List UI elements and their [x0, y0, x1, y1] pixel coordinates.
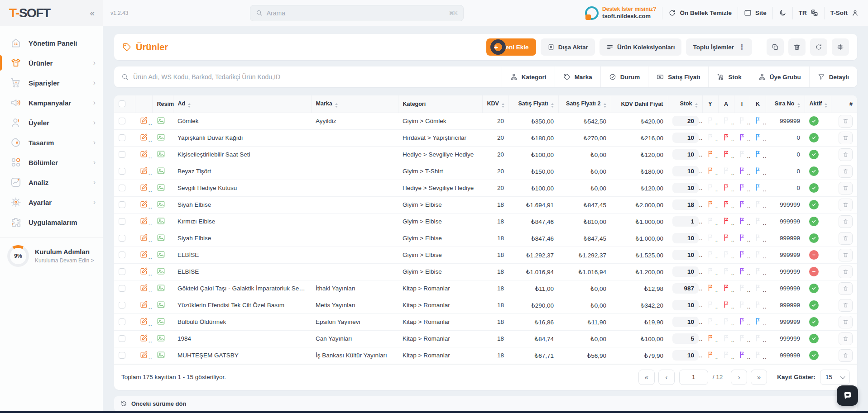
delete-row-button[interactable] — [839, 199, 853, 211]
row-checkbox[interactable] — [119, 335, 125, 342]
stock-badge[interactable]: 10 — [672, 317, 699, 327]
active-badge[interactable] — [809, 150, 819, 159]
row-checkbox[interactable] — [119, 168, 125, 175]
active-badge[interactable] — [809, 116, 819, 126]
stock-badge[interactable]: 20 — [672, 116, 699, 126]
dark-mode-toggle[interactable] — [779, 9, 786, 17]
delete-row-button[interactable] — [839, 215, 853, 228]
edit-product-icon[interactable] — [139, 116, 148, 125]
stock-badge[interactable]: 10 — [672, 183, 699, 193]
row-checkbox[interactable] — [119, 252, 125, 258]
clear-cache-button[interactable]: Ön Bellek Temizle — [668, 9, 732, 17]
edit-product-icon[interactable] — [139, 351, 148, 359]
prev-page-button[interactable]: ‹ — [658, 370, 675, 385]
sidebar-item-apps[interactable]: Uygulamalarım — [0, 212, 103, 232]
sidebar-item-settings[interactable]: Ayarlar› — [0, 192, 103, 212]
account-menu[interactable]: T-Soft — [830, 9, 859, 17]
previous-version-button[interactable]: Önceki sürüme dön — [114, 396, 857, 412]
active-badge[interactable] — [809, 166, 819, 176]
column-header-brand[interactable]: Marka — [311, 95, 398, 113]
column-header-name[interactable]: Ad — [173, 95, 311, 113]
stock-badge[interactable]: 10 — [672, 149, 699, 160]
sidebar-item-design[interactable]: Tasarım› — [0, 133, 103, 152]
edit-product-icon[interactable] — [139, 267, 148, 275]
edit-product-icon[interactable] — [139, 183, 148, 192]
delete-row-button[interactable] — [839, 132, 853, 144]
delete-row-button[interactable] — [839, 266, 853, 278]
delete-row-button[interactable] — [839, 332, 853, 345]
bulk-actions-button[interactable]: Toplu İşlemler ⋮ — [686, 38, 752, 56]
select-all-checkbox[interactable] — [119, 100, 125, 107]
product-image-icon[interactable] — [157, 250, 165, 259]
product-image-icon[interactable] — [157, 200, 165, 209]
column-header-active[interactable]: Aktif — [805, 95, 831, 113]
row-checkbox[interactable] — [119, 185, 125, 191]
stock-badge[interactable]: 10 — [672, 266, 699, 277]
product-image-icon[interactable] — [157, 133, 165, 142]
logo[interactable]: T-SOFT — [9, 6, 50, 20]
row-checkbox[interactable] — [119, 201, 125, 208]
edit-product-icon[interactable] — [139, 317, 148, 326]
column-header-price1[interactable]: Satış Fiyatı — [508, 95, 558, 113]
delete-row-button[interactable] — [839, 165, 853, 178]
edit-product-icon[interactable] — [139, 233, 148, 242]
next-page-button[interactable]: › — [731, 370, 747, 385]
column-header-order[interactable]: Sıra No — [766, 95, 805, 113]
stock-badge[interactable]: 1 — [672, 216, 699, 227]
column-header-price2[interactable]: Satış Fiyatı 2 — [558, 95, 611, 113]
edit-product-icon[interactable] — [139, 250, 148, 259]
stock-badge[interactable]: 18 — [672, 199, 699, 210]
delete-row-button[interactable] — [839, 249, 853, 261]
stock-badge[interactable]: 10 — [672, 250, 699, 260]
row-checkbox[interactable] — [119, 302, 125, 309]
add-new-button[interactable]: + Yeni Ekle — [486, 38, 536, 56]
sidebar-item-products[interactable]: Ürünler› — [0, 53, 103, 73]
stock-badge[interactable]: 5 — [672, 333, 699, 344]
product-image-icon[interactable] — [157, 166, 165, 175]
row-checkbox[interactable] — [119, 218, 125, 225]
delete-row-button[interactable] — [839, 316, 853, 328]
filter-category-button[interactable]: Kategori — [502, 66, 555, 87]
active-badge[interactable] — [809, 351, 819, 360]
last-page-button[interactable]: » — [751, 370, 767, 385]
product-image-icon[interactable] — [157, 267, 165, 275]
edit-product-icon[interactable] — [139, 166, 148, 175]
delete-row-button[interactable] — [839, 349, 853, 362]
delete-row-button[interactable] — [839, 282, 853, 295]
column-header-stock[interactable]: Stok — [668, 95, 702, 113]
active-badge[interactable] — [809, 284, 819, 293]
sidebar-item-analytics[interactable]: Analiz› — [0, 172, 103, 192]
row-checkbox[interactable] — [119, 118, 125, 124]
settings-button[interactable] — [832, 38, 849, 56]
product-image-icon[interactable] — [157, 183, 165, 192]
duplicate-button[interactable] — [767, 38, 784, 56]
product-image-icon[interactable] — [157, 300, 165, 309]
filter-status-button[interactable]: Durum — [600, 66, 648, 87]
edit-product-icon[interactable] — [139, 334, 148, 342]
product-image-icon[interactable] — [157, 351, 165, 359]
filter-brand-button[interactable]: Marka — [555, 66, 600, 87]
stock-badge[interactable]: 987 — [672, 283, 699, 294]
active-badge[interactable] — [809, 233, 819, 243]
stock-badge[interactable]: 10 — [672, 233, 699, 243]
active-badge[interactable] — [809, 133, 819, 142]
inactive-badge[interactable] — [809, 267, 819, 276]
active-badge[interactable] — [809, 183, 819, 193]
delete-row-button[interactable] — [839, 232, 853, 245]
refresh-button[interactable] — [810, 38, 827, 56]
delete-row-button[interactable] — [839, 115, 853, 128]
stock-badge[interactable]: 10 — [672, 166, 699, 176]
filter-sale-price-button[interactable]: Satış Fiyatı — [648, 66, 708, 87]
delete-button[interactable] — [788, 38, 806, 56]
chat-widget-button[interactable] — [837, 385, 858, 406]
global-search-input[interactable]: Arama ⌘K — [250, 5, 464, 21]
delete-row-button[interactable] — [839, 299, 853, 312]
row-checkbox[interactable] — [119, 268, 125, 275]
row-checkbox[interactable] — [119, 318, 125, 325]
setup-steps-link[interactable]: 9% Kurulum Adımları Kuruluma Devam Edin … — [0, 238, 103, 267]
product-image-icon[interactable] — [157, 317, 165, 326]
row-checkbox[interactable] — [119, 352, 125, 359]
filter-stock-button[interactable]: Stok — [708, 66, 749, 87]
active-badge[interactable] — [809, 334, 819, 343]
inactive-badge[interactable] — [809, 250, 819, 260]
